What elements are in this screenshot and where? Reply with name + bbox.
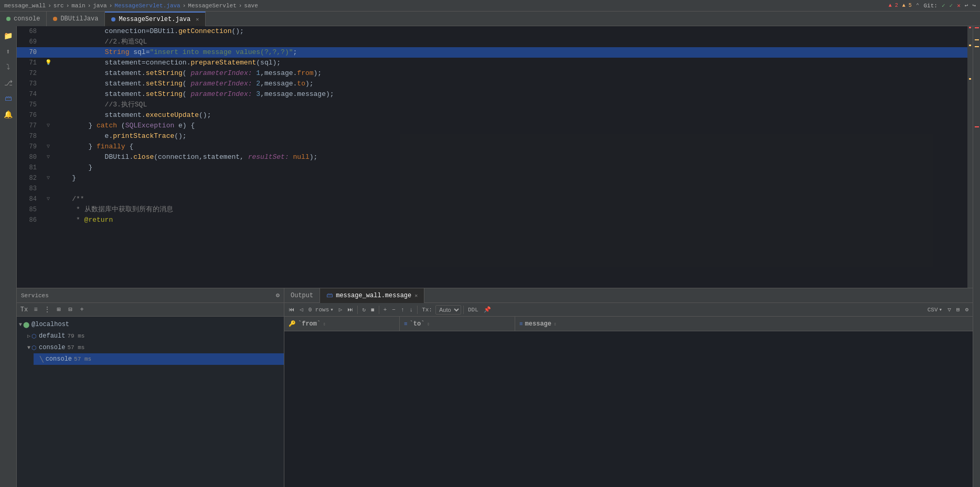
tree-item-default[interactable]: ▷ ⬡ default 79 ms — [25, 330, 284, 342]
line-content-75: //3.执行SQL — [54, 100, 973, 110]
db-pin-btn[interactable]: 📌 — [482, 305, 493, 315]
services-add-btn[interactable]: + — [77, 305, 87, 315]
services-more-btn[interactable]: ⋮ — [42, 305, 52, 315]
line-num-71: 71 — [17, 58, 43, 68]
services-remove-btn[interactable]: ⊟ — [65, 305, 76, 315]
db-settings-btn[interactable]: ⚙ — [963, 305, 971, 315]
tree-item-console-group[interactable]: ▼ ⬡ console 57 ms — [25, 342, 284, 353]
code-line-86: 86 * @return — [17, 215, 973, 225]
line-content-85: * 从数据库中获取到所有的消息 — [54, 204, 973, 215]
tree-expand-default: ▷ — [27, 333, 30, 339]
db-schema-btn[interactable]: ⊞ — [954, 305, 962, 315]
gutter-77[interactable]: ▽ — [43, 121, 54, 131]
tree-badge-default: 79 ms — [67, 333, 84, 339]
undo-icon[interactable]: ↩ — [965, 2, 968, 9]
tab-console[interactable]: console — [0, 12, 47, 26]
db-col-to[interactable]: ≡ `to` ⇕ — [400, 317, 515, 331]
db-tx-mode-select[interactable]: Auto — [435, 305, 461, 315]
code-line-81: 81 } — [17, 163, 973, 173]
services-title: Services — [21, 293, 49, 299]
code-line-71: 71 💡 statement=connection.prepareStateme… — [17, 58, 973, 68]
db-nav-prev-btn[interactable]: ◁ — [297, 305, 305, 315]
line-num-83: 83 — [17, 183, 43, 194]
line-content-68: connection=DBUtil.getConnection(); — [54, 26, 973, 37]
line-num-78: 78 — [17, 131, 43, 142]
line-num-69: 69 — [17, 37, 43, 47]
fold-icon-80: ▽ — [47, 152, 50, 163]
sidebar-commit-icon[interactable]: ⬆ — [1, 44, 16, 59]
db-tab-output[interactable]: Output — [284, 288, 320, 303]
line-num-77: 77 — [17, 121, 43, 131]
gutter-82[interactable]: ▽ — [43, 173, 54, 183]
services-tx-btn[interactable]: Tx — [19, 305, 29, 315]
server-icon: ⬤ — [23, 321, 29, 328]
db-add-btn[interactable]: + — [381, 305, 389, 315]
tab-dot-dbutiljava — [53, 17, 57, 21]
code-line-79: 79 ▽ } finally { — [17, 142, 973, 152]
breadcrumb-main: main — [71, 3, 85, 9]
db-down-btn[interactable]: ↓ — [408, 305, 416, 315]
code-line-70: 70 String sql="insert into message value… — [17, 47, 973, 58]
db-stop-btn[interactable]: ◼ — [369, 305, 377, 315]
db-tab-close-icon[interactable]: ✕ — [414, 293, 418, 299]
db-up-btn[interactable]: ↑ — [399, 305, 407, 315]
scroll-marker-yellow-2 — [969, 78, 971, 80]
lightbulb-icon[interactable]: 💡 — [45, 58, 51, 68]
db-csv-btn[interactable]: CSV ▾ — [925, 305, 944, 315]
tab-close-icon[interactable]: ✕ — [196, 16, 199, 23]
db-tab-message[interactable]: 🗃 message_wall.message ✕ — [320, 288, 424, 303]
db-nav-last-btn[interactable]: ⏭ — [345, 305, 355, 315]
db-icon-default: ⬡ — [31, 333, 37, 340]
toolbar-sep-3 — [417, 306, 418, 314]
sidebar-project-icon[interactable]: 📁 — [1, 28, 16, 43]
git-check2: ✓ — [950, 2, 953, 9]
redo-icon[interactable]: ↪ — [972, 2, 976, 9]
services-panel: Services ⚙ Tx ≡ ⋮ ⊞ ⊟ + ▼ — [17, 288, 284, 487]
tab-messageservlet[interactable]: MessageServlet.java ✕ — [105, 12, 206, 26]
db-col-message-icon: ≡ — [519, 321, 523, 327]
code-line-76: 76 statement.executeUpdate(); — [17, 110, 973, 121]
tree-item-console[interactable]: ▷ ╲ console 57 ms — [34, 353, 284, 365]
db-filter-btn[interactable]: ▽ — [945, 305, 953, 315]
line-content-86: * @return — [54, 215, 973, 225]
tree-item-localhost[interactable]: ▼ ⬤ @localhost — [17, 319, 284, 330]
db-col-message[interactable]: ≡ message ⇕ — [515, 317, 673, 331]
services-settings-icon[interactable]: ⚙ — [276, 291, 280, 299]
expand-icon[interactable]: ⌃ — [916, 2, 920, 9]
tab-dot-console — [6, 17, 10, 21]
sidebar-notifications-icon[interactable]: 🔔 — [1, 107, 16, 122]
db-tx-label: Tx: — [420, 305, 434, 315]
line-num-81: 81 — [17, 163, 43, 173]
tab-messageservlet-label: MessageServlet.java — [119, 16, 190, 23]
db-refresh-btn[interactable]: ↻ — [360, 305, 368, 315]
services-grid-btn[interactable]: ⊞ — [54, 305, 64, 315]
db-rows-label[interactable]: 0 rows ▾ — [306, 305, 336, 315]
line-num-75: 75 — [17, 100, 43, 110]
sidebar-git-icon[interactable]: ⎇ — [1, 75, 16, 90]
sidebar-pullrequest-icon[interactable]: ⤵ — [1, 60, 16, 74]
line-num-74: 74 — [17, 89, 43, 100]
code-content[interactable]: 68 connection=DBUtil.getConnection(); 69… — [17, 26, 973, 288]
services-list-btn[interactable]: ≡ — [30, 305, 41, 315]
tree-label-localhost: @localhost — [31, 321, 69, 328]
warning-marker-1 — [975, 39, 979, 40]
top-bar: message_wall › src › main › java › Messa… — [0, 0, 980, 12]
breadcrumb-file: MessageServlet.java — [114, 3, 180, 9]
db-col-to-sort-icon: ⇕ — [427, 321, 430, 327]
line-num-76: 76 — [17, 110, 43, 121]
breadcrumb-method: save — [244, 3, 258, 9]
gutter-79[interactable]: ▽ — [43, 142, 54, 152]
db-nav-next-btn[interactable]: ▷ — [337, 305, 345, 315]
db-ddl-btn[interactable]: DDL — [466, 305, 481, 315]
line-num-68: 68 — [17, 26, 43, 37]
gutter-84[interactable]: ▽ — [43, 194, 54, 204]
gutter-80[interactable]: ▽ — [43, 152, 54, 163]
tab-dbutiljava[interactable]: DBUtilJava — [47, 12, 105, 26]
db-delete-btn[interactable]: − — [390, 305, 398, 315]
line-content-69: //2.构造SQL — [54, 37, 973, 47]
tree-expand-localhost: ▼ — [19, 322, 22, 328]
db-col-from[interactable]: 🔑 `from` ⇕ — [284, 317, 400, 331]
sidebar-dbbrowser-icon[interactable]: 🗃 — [1, 91, 16, 106]
db-nav-first-btn[interactable]: ⏮ — [286, 305, 296, 315]
editor-scrollbar[interactable] — [967, 26, 973, 288]
